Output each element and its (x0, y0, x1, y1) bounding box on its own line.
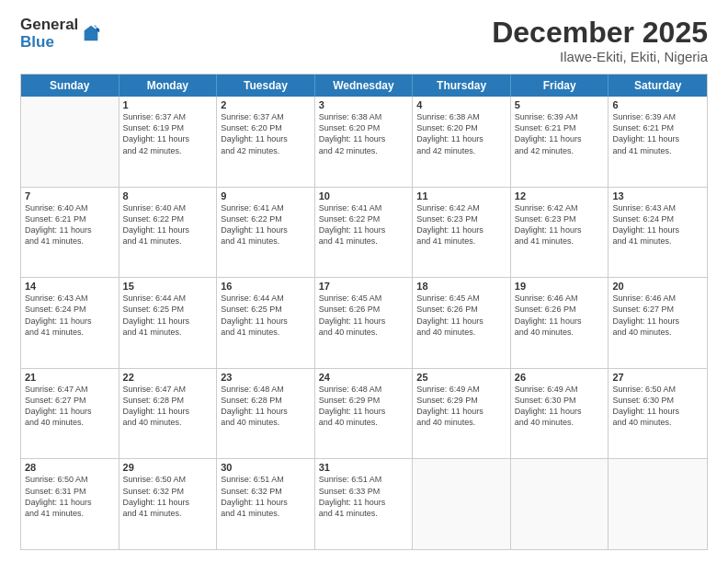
day-header-wednesday: Wednesday (315, 75, 414, 97)
day-number: 24 (319, 372, 409, 383)
day-number: 22 (123, 372, 213, 383)
day-info: Sunrise: 6:48 AMSunset: 6:29 PMDaylight:… (319, 384, 409, 429)
day-number: 10 (319, 190, 409, 201)
day-header-monday: Monday (119, 75, 218, 97)
calendar-day: 14Sunrise: 6:43 AMSunset: 6:24 PMDayligh… (21, 278, 119, 368)
day-info: Sunrise: 6:51 AMSunset: 6:32 PMDaylight:… (221, 474, 311, 519)
day-number: 15 (123, 281, 213, 292)
calendar-day: 6Sunrise: 6:39 AMSunset: 6:21 PMDaylight… (609, 97, 707, 187)
week-row-4: 28Sunrise: 6:50 AMSunset: 6:31 PMDayligh… (21, 459, 707, 549)
calendar-day: 21Sunrise: 6:47 AMSunset: 6:27 PMDayligh… (21, 369, 119, 459)
day-number: 18 (416, 281, 506, 292)
day-number: 7 (25, 190, 115, 201)
page: General Blue December 2025 Ilawe-Ekiti, … (0, 0, 728, 563)
day-info: Sunrise: 6:37 AMSunset: 6:19 PMDaylight:… (123, 111, 213, 156)
day-number: 4 (416, 99, 506, 110)
day-info: Sunrise: 6:42 AMSunset: 6:23 PMDaylight:… (416, 202, 506, 247)
week-row-0: 1Sunrise: 6:37 AMSunset: 6:19 PMDaylight… (21, 97, 707, 188)
logo-blue-text: Blue (20, 34, 78, 52)
day-info: Sunrise: 6:49 AMSunset: 6:29 PMDaylight:… (416, 384, 506, 429)
day-number: 6 (612, 99, 703, 110)
calendar-day: 5Sunrise: 6:39 AMSunset: 6:21 PMDaylight… (511, 97, 609, 187)
week-row-1: 7Sunrise: 6:40 AMSunset: 6:21 PMDaylight… (21, 188, 707, 279)
calendar-day: 10Sunrise: 6:41 AMSunset: 6:22 PMDayligh… (315, 188, 414, 278)
calendar-day: 4Sunrise: 6:38 AMSunset: 6:20 PMDaylight… (413, 97, 511, 187)
day-number: 9 (221, 190, 311, 201)
day-number: 17 (319, 281, 409, 292)
day-info: Sunrise: 6:50 AMSunset: 6:32 PMDaylight:… (123, 474, 213, 519)
day-number: 2 (221, 99, 311, 110)
logo-icon (81, 24, 101, 44)
day-info: Sunrise: 6:50 AMSunset: 6:30 PMDaylight:… (612, 384, 703, 429)
calendar-day (21, 97, 119, 187)
day-info: Sunrise: 6:38 AMSunset: 6:20 PMDaylight:… (416, 111, 506, 156)
calendar-subtitle: Ilawe-Ekiti, Ekiti, Nigeria (492, 49, 708, 64)
day-number: 23 (221, 372, 311, 383)
day-number: 13 (612, 190, 703, 201)
day-info: Sunrise: 6:51 AMSunset: 6:33 PMDaylight:… (319, 474, 409, 519)
day-info: Sunrise: 6:45 AMSunset: 6:26 PMDaylight:… (416, 293, 506, 338)
day-number: 5 (515, 99, 605, 110)
calendar-header-row: SundayMondayTuesdayWednesdayThursdayFrid… (21, 75, 707, 97)
calendar-day: 29Sunrise: 6:50 AMSunset: 6:32 PMDayligh… (119, 459, 218, 549)
day-info: Sunrise: 6:46 AMSunset: 6:26 PMDaylight:… (515, 293, 605, 338)
calendar-day: 20Sunrise: 6:46 AMSunset: 6:27 PMDayligh… (609, 278, 707, 368)
day-info: Sunrise: 6:39 AMSunset: 6:21 PMDaylight:… (515, 111, 605, 156)
day-info: Sunrise: 6:40 AMSunset: 6:22 PMDaylight:… (123, 202, 213, 247)
title-block: December 2025 Ilawe-Ekiti, Ekiti, Nigeri… (492, 17, 708, 64)
calendar-day: 13Sunrise: 6:43 AMSunset: 6:24 PMDayligh… (609, 188, 707, 278)
day-number: 11 (416, 190, 506, 201)
calendar-day: 22Sunrise: 6:47 AMSunset: 6:28 PMDayligh… (119, 369, 218, 459)
calendar-day: 19Sunrise: 6:46 AMSunset: 6:26 PMDayligh… (511, 278, 609, 368)
day-info: Sunrise: 6:40 AMSunset: 6:21 PMDaylight:… (25, 202, 115, 247)
calendar-day: 26Sunrise: 6:49 AMSunset: 6:30 PMDayligh… (511, 369, 609, 459)
day-info: Sunrise: 6:47 AMSunset: 6:27 PMDaylight:… (25, 384, 115, 429)
day-info: Sunrise: 6:48 AMSunset: 6:28 PMDaylight:… (221, 384, 311, 429)
day-number: 12 (515, 190, 605, 201)
calendar-day: 7Sunrise: 6:40 AMSunset: 6:21 PMDaylight… (21, 188, 119, 278)
day-info: Sunrise: 6:47 AMSunset: 6:28 PMDaylight:… (123, 384, 213, 429)
calendar-day: 3Sunrise: 6:38 AMSunset: 6:20 PMDaylight… (315, 97, 414, 187)
calendar-day: 27Sunrise: 6:50 AMSunset: 6:30 PMDayligh… (609, 369, 707, 459)
day-number: 31 (319, 462, 409, 473)
logo-general-text: General (20, 17, 78, 34)
day-number: 26 (515, 372, 605, 383)
calendar-day: 17Sunrise: 6:45 AMSunset: 6:26 PMDayligh… (315, 278, 414, 368)
day-number: 21 (25, 372, 115, 383)
calendar-day: 30Sunrise: 6:51 AMSunset: 6:32 PMDayligh… (217, 459, 315, 549)
day-info: Sunrise: 6:46 AMSunset: 6:27 PMDaylight:… (612, 293, 703, 338)
calendar-day: 11Sunrise: 6:42 AMSunset: 6:23 PMDayligh… (413, 188, 511, 278)
day-info: Sunrise: 6:49 AMSunset: 6:30 PMDaylight:… (515, 384, 605, 429)
day-number: 28 (25, 462, 115, 473)
calendar-day (413, 459, 511, 549)
day-number: 14 (25, 281, 115, 292)
day-info: Sunrise: 6:39 AMSunset: 6:21 PMDaylight:… (612, 111, 703, 156)
day-info: Sunrise: 6:42 AMSunset: 6:23 PMDaylight:… (515, 202, 605, 247)
day-info: Sunrise: 6:44 AMSunset: 6:25 PMDaylight:… (221, 293, 311, 338)
calendar-day: 16Sunrise: 6:44 AMSunset: 6:25 PMDayligh… (217, 278, 315, 368)
day-info: Sunrise: 6:41 AMSunset: 6:22 PMDaylight:… (319, 202, 409, 247)
day-info: Sunrise: 6:43 AMSunset: 6:24 PMDaylight:… (612, 202, 703, 247)
day-info: Sunrise: 6:44 AMSunset: 6:25 PMDaylight:… (123, 293, 213, 338)
day-number: 25 (416, 372, 506, 383)
day-number: 8 (123, 190, 213, 201)
day-info: Sunrise: 6:38 AMSunset: 6:20 PMDaylight:… (319, 111, 409, 156)
calendar-day: 24Sunrise: 6:48 AMSunset: 6:29 PMDayligh… (315, 369, 414, 459)
day-header-tuesday: Tuesday (217, 75, 315, 97)
week-row-3: 21Sunrise: 6:47 AMSunset: 6:27 PMDayligh… (21, 369, 707, 460)
day-number: 19 (515, 281, 605, 292)
day-header-saturday: Saturday (609, 75, 707, 97)
calendar-body: 1Sunrise: 6:37 AMSunset: 6:19 PMDaylight… (21, 97, 707, 549)
header: General Blue December 2025 Ilawe-Ekiti, … (20, 17, 708, 64)
calendar: SundayMondayTuesdayWednesdayThursdayFrid… (20, 74, 708, 550)
logo: General Blue (20, 17, 101, 51)
day-header-friday: Friday (511, 75, 609, 97)
calendar-day: 23Sunrise: 6:48 AMSunset: 6:28 PMDayligh… (217, 369, 315, 459)
day-number: 29 (123, 462, 213, 473)
day-number: 30 (221, 462, 311, 473)
day-info: Sunrise: 6:45 AMSunset: 6:26 PMDaylight:… (319, 293, 409, 338)
calendar-day: 9Sunrise: 6:41 AMSunset: 6:22 PMDaylight… (217, 188, 315, 278)
day-header-thursday: Thursday (413, 75, 511, 97)
day-info: Sunrise: 6:41 AMSunset: 6:22 PMDaylight:… (221, 202, 311, 247)
calendar-day: 31Sunrise: 6:51 AMSunset: 6:33 PMDayligh… (315, 459, 414, 549)
